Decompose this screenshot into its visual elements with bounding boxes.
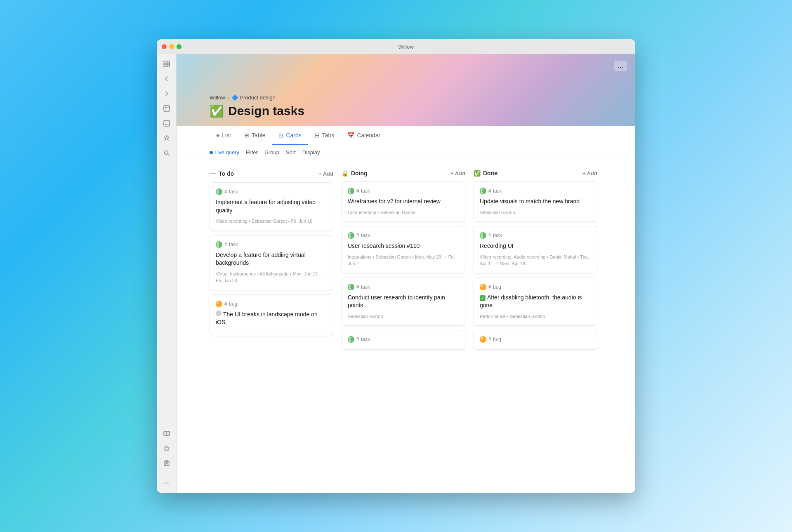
bug-icon: [216, 301, 222, 307]
tabs-icon: ⊟: [315, 132, 320, 139]
title-bar: Willow: [157, 39, 635, 54]
main-content: Willow › 🔷 Product design ✅ Design tasks…: [177, 54, 635, 493]
card-done-3: # bug ✓After disabling bluetooth, the au…: [474, 278, 597, 326]
column-doing: 🔒 Doing + Add # task Wireframes for v2 f…: [342, 170, 465, 356]
card-title: Conduct user research to identify pain p…: [348, 294, 459, 310]
tab-calendar-label: Calendar: [357, 132, 380, 139]
tab-calendar[interactable]: 📅 Calendar: [341, 126, 387, 145]
close-button[interactable]: [162, 44, 167, 49]
task-icon: [216, 241, 222, 248]
sidebar-icon-layout[interactable]: [160, 57, 173, 71]
card-meta: Sebastian Gorton: [480, 209, 591, 216]
sidebar-icon-pin[interactable]: [160, 442, 173, 455]
task-icon: [216, 188, 222, 195]
page-title-text: Design tasks: [228, 104, 304, 118]
bug-icon: [480, 336, 486, 343]
app-window: Willow: [157, 39, 635, 493]
hero-content: Willow › 🔷 Product design ✅ Design tasks: [210, 94, 304, 118]
svg-rect-1: [167, 61, 170, 64]
done-icon: ✅: [474, 170, 481, 177]
tag-label: # task: [488, 233, 502, 238]
sidebar-icon-inbox[interactable]: [160, 117, 173, 130]
traffic-lights: [162, 44, 182, 49]
card-tag: # task: [216, 241, 327, 248]
breadcrumb-parent[interactable]: Willow: [210, 94, 225, 101]
done-check-icon: ✓: [480, 295, 486, 301]
display-label: Display: [302, 149, 320, 155]
svg-rect-4: [164, 106, 170, 111]
task-icon: [480, 188, 486, 194]
card-doing-2: # task User research session #110 Integr…: [342, 226, 465, 273]
card-title: User research session #110: [348, 242, 459, 250]
svg-rect-7: [164, 120, 170, 126]
card-tag: # task: [216, 188, 327, 195]
sidebar-icon-table2[interactable]: [160, 427, 173, 440]
task-icon: [348, 336, 354, 343]
card-tag: # task: [480, 188, 591, 194]
card-doing-3: # task Conduct user research to identify…: [342, 278, 465, 326]
doing-add-button[interactable]: + Add: [450, 170, 465, 177]
column-todo: — To do + Add # task Implement a feature…: [210, 170, 333, 356]
card-meta: Performance • Sebastian Gorton: [480, 313, 591, 320]
filter-button[interactable]: Filter: [246, 149, 258, 155]
card-title: Update visuals to match the new brand: [480, 198, 591, 206]
task-icon: [348, 232, 354, 239]
card-todo-1: # task Implement a feature for adjusting…: [210, 182, 333, 231]
sidebar-icon-star[interactable]: [160, 132, 173, 145]
card-done-4: # bug: [474, 330, 597, 350]
breadcrumb-icon: 🔷: [231, 94, 238, 101]
card-tag: # task: [348, 232, 459, 239]
sidebar-more[interactable]: •••: [160, 476, 173, 490]
table-icon: ⊞: [244, 132, 249, 139]
tab-table[interactable]: ⊞ Table: [238, 126, 272, 145]
nav-tabs: ≡ List ⊞ Table ⊡ Cards ⊟ Tabs: [177, 126, 635, 145]
breadcrumb-current[interactable]: Product design: [240, 94, 276, 101]
tab-list[interactable]: ≡ List: [210, 126, 238, 145]
sidebar-icon-back[interactable]: [160, 72, 173, 85]
filter-label: Filter: [246, 149, 258, 155]
group-label: Group: [264, 149, 279, 155]
sidebar-icon-grid[interactable]: [160, 102, 173, 115]
sort-button[interactable]: Sort: [286, 149, 296, 155]
group-button[interactable]: Group: [264, 149, 279, 155]
card-meta: Core interface • Sebastian Gorton: [348, 209, 459, 216]
task-icon: [348, 284, 354, 290]
card-tag: # task: [348, 336, 459, 343]
breadcrumb-separator: ›: [228, 95, 229, 100]
tab-tabs-label: Tabs: [322, 132, 335, 139]
todo-add-button[interactable]: + Add: [318, 171, 333, 177]
card-meta: Video recording, Audio recording • Danie…: [480, 254, 591, 267]
display-button[interactable]: Display: [302, 149, 320, 155]
card-title: Wireframes for v2 for internal review: [348, 198, 459, 206]
tab-list-label: List: [222, 132, 231, 139]
svg-rect-3: [167, 64, 170, 67]
done-add-button[interactable]: + Add: [582, 170, 597, 177]
sidebar-icon-building[interactable]: [160, 457, 173, 470]
card-tag: # task: [348, 284, 459, 290]
minimize-button[interactable]: [169, 44, 174, 49]
task-icon: [480, 232, 486, 239]
tab-cards[interactable]: ⊡ Cards: [272, 126, 308, 145]
column-doing-header: 🔒 Doing + Add: [342, 170, 465, 177]
card-done-2: # task Recording UI Video recording, Aud…: [474, 226, 597, 273]
sidebar-icon-forward[interactable]: [160, 87, 173, 100]
column-todo-header: — To do + Add: [210, 170, 333, 177]
filter-bar: Live query Filter Group Sort Display: [177, 145, 635, 160]
todo-title: To do: [219, 170, 234, 177]
tab-table-label: Table: [252, 132, 265, 139]
live-dot: [210, 151, 213, 154]
tag-label: # bug: [488, 337, 501, 342]
maximize-button[interactable]: [177, 44, 182, 49]
live-query-filter[interactable]: Live query: [210, 149, 239, 155]
hero-menu-button[interactable]: ...: [614, 61, 627, 71]
svg-line-9: [167, 154, 169, 156]
content-area: ≡ List ⊞ Table ⊡ Cards ⊟ Tabs: [177, 126, 635, 493]
card-meta: Sebastian Gorton: [348, 313, 459, 320]
tag-label: # task: [356, 188, 370, 194]
status-circle: [216, 311, 222, 316]
sidebar-icon-search[interactable]: [160, 146, 173, 160]
svg-rect-2: [164, 64, 166, 67]
page-title-emoji: ✅: [210, 104, 224, 118]
tab-tabs[interactable]: ⊟ Tabs: [308, 126, 341, 145]
breadcrumb-current-item: 🔷 Product design: [231, 94, 276, 101]
